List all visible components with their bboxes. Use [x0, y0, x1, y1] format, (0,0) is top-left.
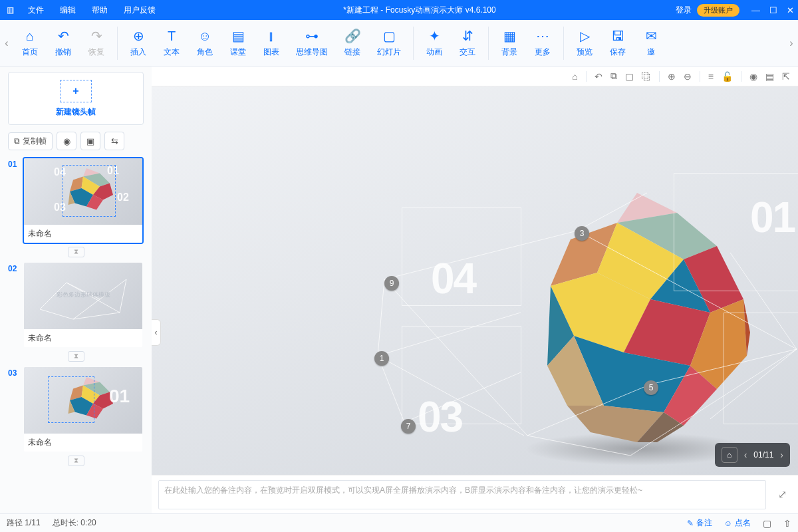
frame-thumb-01[interactable]: 01020304未命名 [23, 157, 144, 244]
tool-role[interactable]: ☺角色 [188, 28, 221, 58]
new-frame-label: 新建镜头帧 [56, 106, 96, 118]
layers-icon[interactable]: ▤ [765, 71, 774, 82]
maximize-button[interactable]: ☐ [769, 5, 777, 15]
zoom-out-icon[interactable]: ⊖ [684, 71, 692, 82]
status-upload-icon[interactable]: ⇧ [783, 518, 791, 529]
main-toolbar: ‹ ⌂首页↶撤销↷恢复⊕插入T文本☺角色▤课堂⫿图表⊶思维导图🔗链接▢幻灯片✦动… [0, 20, 798, 66]
tool-home[interactable]: ⌂首页 [13, 28, 47, 58]
plus-icon: + [60, 80, 92, 102]
node-badge: 3 [575, 226, 589, 241]
upgrade-button[interactable]: 升级账户 [697, 4, 739, 17]
node-badge: 1 [374, 351, 389, 366]
canvas[interactable]: ⌂ ‹ 01/11 › 0102030439175 [152, 86, 798, 475]
status-remark-button[interactable]: ✎备注 [687, 517, 712, 529]
copy-icon: ⧉ [14, 136, 20, 146]
nav-prev-button[interactable]: ‹ [744, 450, 747, 460]
login-link[interactable]: 登录 [676, 5, 692, 16]
swap-button[interactable]: ⇆ [104, 132, 124, 150]
notes-input[interactable]: 在此处输入您的备注内容，在预览时开启双屏模式，可以实现A屏全屏播放演示内容，B屏… [158, 480, 766, 509]
toolbar-scroll-left[interactable]: ‹ [0, 20, 13, 66]
tool-interact[interactable]: ⇵交互 [451, 28, 484, 58]
tool-text[interactable]: T文本 [155, 28, 188, 58]
frame-number: 03 [8, 366, 19, 378]
nav-home-button[interactable]: ⌂ [722, 447, 737, 463]
menu-文件[interactable]: 文件 [20, 0, 52, 20]
copy-icon[interactable]: ⧉ [610, 70, 617, 82]
panel-collapse-button[interactable]: ‹ [152, 319, 161, 346]
home-icon[interactable]: ⌂ [572, 71, 577, 82]
canvas-nav-overlay: ⌂ ‹ 01/11 › [715, 443, 790, 467]
notes-area: 在此处输入您的备注内容，在预览时开启双屏模式，可以实现A屏全屏播放演示内容，B屏… [152, 475, 798, 513]
role-icon: ☺ [198, 28, 211, 44]
node-badge: 7 [401, 419, 416, 434]
tool-class[interactable]: ▤课堂 [221, 28, 255, 58]
snapshot-icon[interactable]: ◉ [749, 71, 757, 82]
export-icon[interactable]: ⇱ [782, 71, 790, 82]
qr-button[interactable]: ▣ [80, 132, 100, 150]
camera-button[interactable]: ◉ [57, 132, 76, 150]
redo-icon: ↷ [91, 28, 102, 44]
status-display-icon[interactable]: ▢ [763, 518, 771, 529]
rotate-left-icon[interactable]: ↶ [595, 71, 602, 82]
status-click-button[interactable]: ☺点名 [724, 517, 751, 529]
section-number: 01 [750, 193, 795, 242]
anim-icon: ✦ [429, 28, 440, 44]
canvas-mini-toolbar: ⌂ ↶ ⧉ ▢ ⿻ ⊕ ⊖ ≡ 🔓 ◉ ▤ ⇱ [152, 66, 798, 86]
section-number: 04 [431, 254, 475, 303]
paste-icon[interactable]: ▢ [625, 71, 634, 82]
menu-帮助[interactable]: 帮助 [84, 0, 116, 20]
node-badge: 5 [644, 380, 658, 395]
person-icon: ☺ [724, 519, 732, 528]
timer-icon: ⧗ [68, 351, 84, 362]
text-icon: T [168, 28, 176, 44]
tool-save[interactable]: 🖫保存 [601, 28, 634, 58]
preview-icon: ▷ [580, 28, 590, 44]
status-path: 路径 1/11 [7, 517, 41, 529]
lock-icon[interactable]: 🔓 [722, 71, 733, 82]
tool-anim[interactable]: ✦动画 [418, 28, 451, 58]
duplicate-icon[interactable]: ⿻ [642, 71, 651, 82]
svg-line-48 [378, 279, 384, 356]
menu-用户反馈[interactable]: 用户反馈 [116, 0, 164, 20]
align-icon[interactable]: ≡ [708, 71, 714, 82]
timer-icon: ⧗ [68, 247, 84, 257]
nav-page-indicator: 01/11 [753, 450, 773, 460]
new-frame-button[interactable]: + 新建镜头帧 [8, 72, 144, 125]
node-badge: 9 [384, 276, 399, 291]
zoom-in-icon[interactable]: ⊕ [668, 71, 676, 82]
tool-mindmap[interactable]: ⊶思维导图 [288, 28, 336, 58]
tool-insert[interactable]: ⊕插入 [122, 28, 155, 58]
tool-bg[interactable]: ▦背景 [493, 28, 526, 58]
section-number: 03 [418, 392, 462, 442]
slide-icon: ▢ [383, 28, 396, 44]
tool-more[interactable]: ⋯更多 [526, 28, 559, 58]
close-button[interactable]: ✕ [787, 5, 794, 15]
tool-invite[interactable]: ✉邀 [634, 28, 668, 58]
mindmap-icon: ⊶ [305, 28, 319, 44]
tool-redo[interactable]: ↷恢复 [80, 28, 113, 58]
menu-编辑[interactable]: 编辑 [52, 0, 84, 20]
app-logo-icon: ▥ [0, 5, 20, 15]
frame-number: 01 [8, 157, 19, 169]
insert-icon: ⊕ [133, 28, 144, 44]
notes-expand-button[interactable]: ⤢ [773, 485, 791, 504]
edit-icon: ✎ [687, 519, 694, 528]
copy-frame-button[interactable]: ⧉ 复制帧 [8, 132, 53, 150]
toolbar-scroll-right[interactable]: › [785, 20, 798, 66]
titlebar: ▥ 文件编辑帮助用户反馈 *新建工程 - Focusky动画演示大师 v4.6.… [0, 0, 798, 20]
tool-undo[interactable]: ↶撤销 [47, 28, 80, 58]
more-icon: ⋯ [536, 28, 549, 44]
timer-icon: ⧗ [68, 456, 84, 466]
frames-panel: ‹ + 新建镜头帧 ⧉ 复制帧 ◉ ▣ ⇆ 0101020304未命名⧗02彩色… [0, 66, 152, 513]
link-icon: 🔗 [344, 28, 361, 44]
minimize-button[interactable]: — [751, 5, 760, 15]
undo-icon: ↶ [58, 28, 69, 44]
frame-thumb-02[interactable]: 彩色多边形球体模板未命名 [23, 261, 144, 348]
tool-slide[interactable]: ▢幻灯片 [369, 28, 409, 58]
frame-thumb-03[interactable]: 01未命名 [23, 366, 144, 453]
nav-next-button[interactable]: › [780, 450, 783, 460]
tool-preview[interactable]: ▷预览 [568, 28, 601, 58]
tool-link[interactable]: 🔗链接 [336, 28, 369, 58]
tool-chart[interactable]: ⫿图表 [255, 28, 288, 58]
invite-icon: ✉ [646, 28, 657, 44]
